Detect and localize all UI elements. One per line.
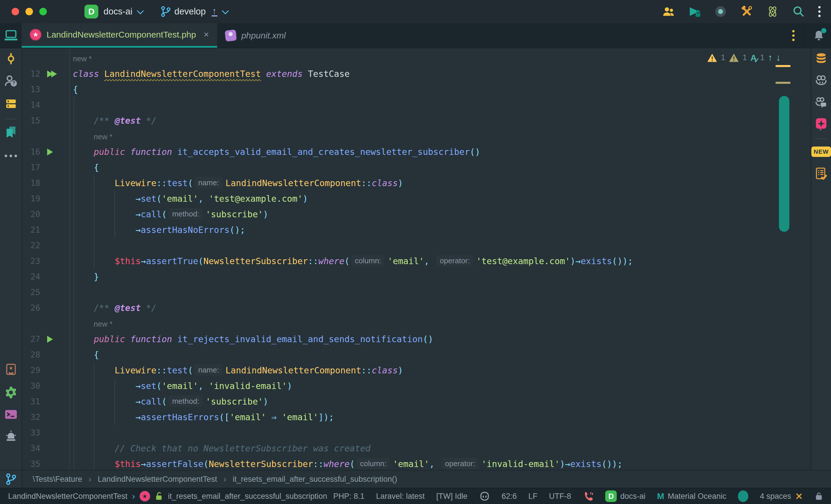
run-test-icon[interactable]: [47, 70, 57, 78]
notifications-bell-icon[interactable]: [812, 29, 825, 42]
structure-rows-icon[interactable]: [4, 97, 18, 111]
code-line[interactable]: 33: [22, 425, 811, 441]
gemini-sparkle-icon[interactable]: [814, 117, 828, 131]
php-version-widget[interactable]: PHP: 8.1: [334, 492, 365, 501]
test-results-checklist-icon[interactable]: [814, 167, 828, 181]
tab-options-kebab-icon[interactable]: [792, 30, 795, 41]
code-text: class LandindNewsletterComponentTest ext…: [73, 66, 350, 82]
search-icon[interactable]: [792, 5, 805, 18]
record-screen-icon[interactable]: [714, 5, 727, 18]
code-line[interactable]: 15 /** @test */: [22, 113, 811, 128]
more-tool-windows-icon[interactable]: [4, 149, 18, 163]
theme-widget[interactable]: M Material Oceanic: [657, 491, 726, 501]
code-line[interactable]: 20 →call(method:'subscribe'): [22, 207, 811, 222]
code-line[interactable]: 23 $this→assertTrue(NewsletterSubscriber…: [22, 254, 811, 269]
prev-problem-arrow-icon[interactable]: ↑: [768, 52, 773, 63]
project-selector[interactable]: docs-ai: [104, 6, 133, 17]
close-window-button[interactable]: [11, 8, 19, 15]
code-text: →call(method:'subscribe'): [73, 394, 268, 410]
code-line[interactable]: 24 }: [22, 269, 811, 285]
git-commit-icon[interactable]: [4, 52, 18, 66]
inspections-widget[interactable]: 1 1 A✓ 1 ↑ ↓: [707, 52, 781, 63]
code-line[interactable]: 35 $this→assertFalse(NewsletterSubscribe…: [22, 456, 811, 470]
code-line[interactable]: 12class LandindNewsletterComponentTest e…: [22, 66, 811, 82]
alerts-siren-icon[interactable]: [4, 429, 18, 443]
database-icon[interactable]: [814, 52, 828, 66]
code-line[interactable]: new *: [22, 128, 811, 144]
breadcrumb-item[interactable]: \Tests\Feature: [33, 475, 82, 484]
ai-chat-icon[interactable]: [814, 96, 828, 110]
scrollbar-thumb[interactable]: [779, 96, 790, 232]
remote-dev-laptop-icon[interactable]: [0, 23, 22, 48]
push-commits-icon[interactable]: ↑: [212, 7, 218, 17]
code-line[interactable]: 31 →call(method:'subscribe'): [22, 394, 811, 410]
minimize-window-button[interactable]: [25, 8, 33, 15]
accent-color-dot[interactable]: [738, 491, 748, 502]
tailwind-status-widget[interactable]: [TW] Idle: [436, 492, 467, 501]
documentation-book-icon[interactable]: ★: [4, 362, 18, 376]
readonly-lock-icon[interactable]: [815, 492, 823, 501]
git-tool-window-icon[interactable]: [4, 451, 18, 465]
line-number: 20: [22, 207, 40, 222]
whats-new-badge[interactable]: NEW: [814, 145, 828, 159]
run-deploy-lock-icon[interactable]: [688, 5, 701, 18]
weak-warning-stripe-mark[interactable]: [775, 82, 791, 84]
copilot-icon[interactable]: [479, 491, 490, 502]
user-help-icon[interactable]: ?: [4, 74, 18, 88]
breadcrumb-item[interactable]: LandindNewsletterComponentTest: [98, 475, 217, 484]
atom-science-icon[interactable]: [766, 5, 779, 18]
code-line[interactable]: 16 public function it_accepts_valid_emai…: [22, 144, 811, 160]
bookmarks-icon[interactable]: [4, 125, 18, 139]
run-test-icon[interactable]: [47, 336, 53, 343]
encoding-widget[interactable]: UTF-8: [549, 492, 571, 501]
git-branch-tool-icon[interactable]: [0, 471, 22, 488]
tools-icon[interactable]: [740, 5, 753, 18]
code-line[interactable]: 34 // Check that no NewsletterSubscriber…: [22, 441, 811, 456]
debug-listener-phone-icon[interactable]: [583, 491, 594, 502]
code-line[interactable]: new *: [22, 316, 811, 331]
typo-count: 1: [760, 53, 765, 62]
settings-gear-icon[interactable]: [4, 386, 18, 399]
code-editor[interactable]: new *12class LandindNewsletterComponentT…: [22, 48, 811, 470]
code-line[interactable]: 27 public function it_rejects_invalid_em…: [22, 331, 811, 347]
breadcrumb-item[interactable]: it_resets_email_after_successful_subscri…: [233, 475, 397, 484]
line-number: 13: [22, 82, 40, 97]
indent-widget[interactable]: 4 spaces: [760, 492, 803, 501]
git-branch-widget[interactable]: develop ↑: [159, 5, 227, 19]
caret-position-widget[interactable]: 62:6: [502, 492, 517, 501]
laravel-version-widget[interactable]: Laravel: latest: [376, 492, 425, 501]
code-line[interactable]: 17 {: [22, 160, 811, 175]
line-ending-widget[interactable]: LF: [528, 492, 538, 501]
code-line[interactable]: 32 →assertHasErrors(['email' ⇒ 'email'])…: [22, 410, 811, 425]
status-class-crumb[interactable]: LandindNewsletterComponentTest: [8, 492, 127, 501]
chevron-down-icon[interactable]: [222, 7, 229, 14]
more-actions-icon[interactable]: [818, 6, 821, 17]
project-widget[interactable]: D docs-ai: [605, 491, 646, 502]
tab-phpunit-xml[interactable]: phpunit.xml: [217, 23, 294, 48]
tab-landind-newsletter-component-test[interactable]: ★ LandindNewsletterComponentTest.php ×: [22, 23, 217, 48]
code-line[interactable]: 26 /** @test */: [22, 300, 811, 316]
close-tab-icon[interactable]: ×: [204, 29, 209, 40]
code-line[interactable]: 29 Livewire::test(name:LandindNewsletter…: [22, 363, 811, 378]
code-line[interactable]: 19 →set('email', 'test@example.com'): [22, 191, 811, 207]
code-line[interactable]: 18 Livewire::test(name:LandindNewsletter…: [22, 175, 811, 191]
code-line[interactable]: new *: [22, 51, 811, 66]
code-with-me-users-icon[interactable]: [662, 5, 675, 18]
code-line[interactable]: 25: [22, 285, 811, 300]
unlocked-icon: [155, 491, 163, 501]
code-line[interactable]: 13{: [22, 82, 811, 97]
chevron-down-icon[interactable]: [137, 7, 144, 14]
status-test-name[interactable]: it_resets_email_after_successful_subscri…: [168, 492, 327, 501]
code-line[interactable]: 14: [22, 97, 811, 113]
next-problem-arrow-icon[interactable]: ↓: [776, 52, 781, 63]
maximize-window-button[interactable]: [39, 8, 47, 15]
code-text: /** @test */: [73, 300, 156, 316]
code-line[interactable]: 22: [22, 238, 811, 254]
run-test-icon[interactable]: [47, 149, 53, 155]
code-line[interactable]: 28 {: [22, 347, 811, 363]
warning-stripe-mark[interactable]: [775, 65, 791, 67]
ai-assistant-icon[interactable]: [814, 74, 828, 88]
code-line[interactable]: 30 →set('email', 'invalid-email'): [22, 378, 811, 394]
code-line[interactable]: 21 →assertHasNoErrors();: [22, 222, 811, 238]
terminal-icon[interactable]: [4, 408, 18, 421]
